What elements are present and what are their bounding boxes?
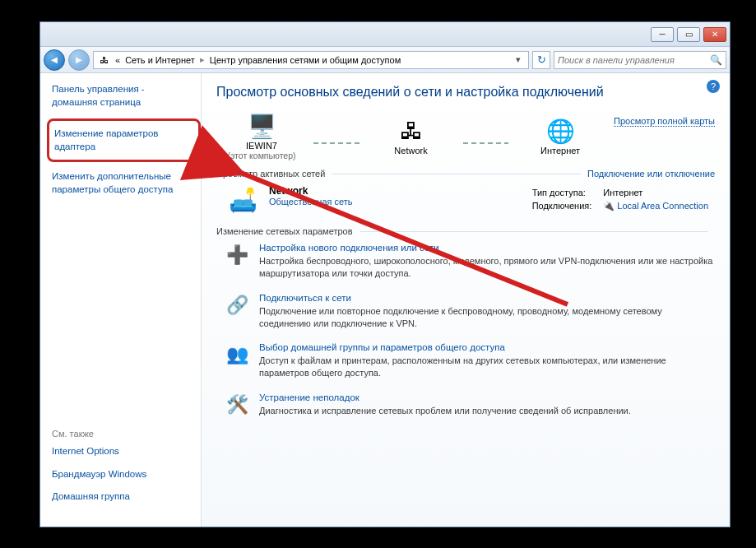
- setting-desc: Диагностика и исправление сетевых пробле…: [259, 405, 631, 417]
- connection-line: [463, 142, 509, 144]
- setting-link[interactable]: Настройка нового подключения или сети: [259, 243, 715, 253]
- settings-list: ➕ Настройка нового подключения или сети …: [216, 243, 715, 417]
- breadcrumb-seg-2[interactable]: Центр управления сетями и общим доступом: [210, 55, 401, 65]
- highlight-box: Изменение параметров адаптера: [47, 118, 201, 162]
- connection-link[interactable]: Local Area Connection: [617, 201, 708, 211]
- page-heading: Просмотр основных сведений о сети и наст…: [216, 85, 715, 100]
- setting-desc: Настройка беспроводного, широкополосного…: [259, 255, 715, 280]
- node-label: Network: [394, 146, 427, 156]
- bench-icon: 🛋️: [225, 185, 261, 215]
- setting-link[interactable]: Устранение неполадок: [259, 392, 631, 402]
- connect-icon: 🔗: [225, 293, 249, 318]
- list-item: 👥 Выбор домашней группы и параметров общ…: [225, 342, 715, 379]
- node-sublabel: (этот компьютер): [227, 151, 295, 160]
- breadcrumb-prefix[interactable]: «: [115, 55, 120, 65]
- map-node-network: 🖧 Network: [366, 116, 457, 156]
- map-node-this-pc: 🖥️ IEWIN7 (этот компьютер): [216, 111, 307, 160]
- homegroup-icon: 👥: [225, 342, 249, 367]
- sidebar-home-link[interactable]: Панель управления - домашняя страница: [52, 83, 201, 109]
- refresh-button[interactable]: ↻: [532, 51, 550, 69]
- breadcrumb[interactable]: 🖧 « Сеть и Интернет ▸ Центр управления с…: [93, 51, 529, 69]
- setting-link[interactable]: Подключиться к сети: [259, 293, 715, 303]
- minimize-button[interactable]: ─: [651, 27, 674, 42]
- setting-desc: Доступ к файлам и принтерам, расположенн…: [259, 355, 715, 379]
- sidebar-homegroup[interactable]: Домашняя группа: [52, 490, 201, 504]
- maximize-button[interactable]: ▭: [677, 27, 700, 42]
- sidebar-firewall[interactable]: Брандмауэр Windows: [52, 468, 201, 481]
- network-name: Network: [269, 185, 353, 197]
- connections-label: Подключения:: [527, 200, 597, 212]
- full-map-link[interactable]: Просмотр полной карты: [614, 111, 715, 127]
- setting-desc: Подключение или повторное подключение к …: [259, 305, 715, 330]
- active-network-block: 🛋️ Network Общественная сеть Тип доступа…: [216, 185, 715, 215]
- computer-icon: 🖥️: [245, 111, 278, 141]
- access-label: Тип доступа:: [527, 187, 597, 198]
- new-connection-icon: ➕: [225, 243, 249, 267]
- close-button[interactable]: ✕: [703, 27, 726, 42]
- search-icon: 🔍: [710, 54, 722, 66]
- titlebar: ─ ▭ ✕: [40, 22, 730, 47]
- breadcrumb-dropdown[interactable]: ▾: [512, 54, 525, 65]
- list-item: 🛠️ Устранение неполадок Диагностика и ис…: [225, 392, 715, 417]
- help-icon[interactable]: ?: [707, 80, 720, 93]
- search-box[interactable]: 🔍: [554, 51, 726, 69]
- list-item: 🔗 Подключиться к сети Подключение или по…: [225, 293, 715, 330]
- globe-icon: 🌐: [544, 116, 577, 146]
- node-label: IEWIN7: [246, 141, 277, 151]
- map-node-internet: 🌐 Интернет: [515, 116, 605, 156]
- sidebar: Панель управления - домашняя страница Из…: [40, 73, 202, 527]
- content-pane: ? Просмотр основных сведений о сети и на…: [202, 73, 730, 527]
- setting-link[interactable]: Выбор домашней группы и параметров общег…: [259, 342, 715, 352]
- back-button[interactable]: ◄: [44, 49, 65, 71]
- access-value: Интернет: [598, 187, 713, 198]
- connect-disconnect-link[interactable]: Подключение или отключение: [587, 169, 715, 179]
- window-body: Панель управления - домашняя страница Из…: [40, 73, 730, 527]
- breadcrumb-seg-1[interactable]: Сеть и Интернет: [125, 55, 195, 65]
- network-icon: 🖧: [97, 53, 110, 67]
- search-input[interactable]: [558, 55, 707, 65]
- connection-line: [313, 142, 359, 144]
- see-also-header: См. также: [52, 429, 201, 439]
- sidebar-sharing-link[interactable]: Изменить дополнительные параметры общего…: [52, 170, 201, 196]
- network-type-link[interactable]: Общественная сеть: [269, 197, 353, 207]
- section-title: Просмотр активных сетей: [216, 169, 325, 179]
- control-panel-window: ─ ▭ ✕ ◄ ► 🖧 « Сеть и Интернет ▸ Центр уп…: [39, 21, 730, 527]
- network-map: 🖥️ IEWIN7 (этот компьютер) 🖧 Network 🌐 И…: [216, 111, 715, 160]
- list-item: ➕ Настройка нового подключения или сети …: [225, 243, 715, 280]
- network-hub-icon: 🖧: [395, 116, 428, 146]
- troubleshoot-icon: 🛠️: [225, 392, 249, 417]
- active-networks-header: Просмотр активных сетей Подключение или …: [216, 169, 715, 179]
- chevron-right-icon: ▸: [200, 54, 205, 65]
- section-title: Изменение сетевых параметров: [216, 226, 353, 236]
- forward-button[interactable]: ►: [68, 49, 90, 71]
- sidebar-internet-options[interactable]: Internet Options: [52, 445, 201, 458]
- change-settings-header: Изменение сетевых параметров: [216, 226, 715, 236]
- node-label: Интернет: [540, 146, 580, 156]
- adapter-icon: 🔌: [603, 201, 615, 211]
- sidebar-adapter-link[interactable]: Изменение параметров адаптера: [54, 128, 193, 153]
- navbar: ◄ ► 🖧 « Сеть и Интернет ▸ Центр управлен…: [40, 47, 730, 73]
